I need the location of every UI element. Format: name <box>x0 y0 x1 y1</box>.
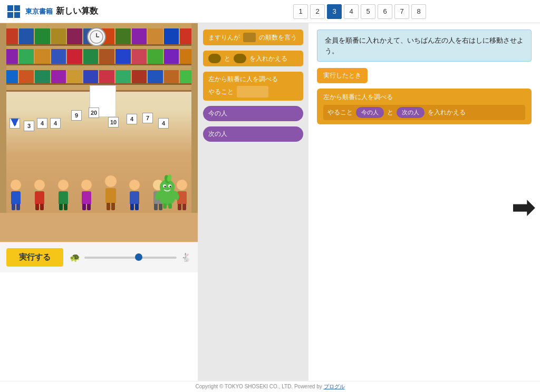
clock <box>87 27 106 46</box>
header: 東京書籍 新しい算数 1 2 3 4 5 6 7 8 <box>0 0 540 23</box>
num-box-9: 9 <box>71 110 82 121</box>
action2-row: やること 今の人 と 次の人 を入れかえる <box>323 105 525 120</box>
svg-rect-12 <box>168 203 172 209</box>
app-title: 新しい算数 <box>56 6 98 17</box>
page-btn-7[interactable]: 7 <box>394 4 409 19</box>
action2-prefix: やること <box>327 108 353 117</box>
block2-suffix: を入れかえる <box>249 54 287 63</box>
floor <box>0 213 198 242</box>
block2-slot1[interactable] <box>208 54 221 63</box>
main: 6 3 4 4 9 20 10 4 7 4 ▼ <box>0 23 540 392</box>
block-masuring-count[interactable]: ますりんが の順数を言う <box>203 30 303 45</box>
slider-track[interactable] <box>84 257 177 259</box>
num-box-4b: 4 <box>50 118 61 129</box>
code-pill-current[interactable]: 今の人 <box>356 107 384 118</box>
num-box-4a: 4 <box>37 118 47 129</box>
num-box-3: 3 <box>24 121 34 131</box>
num-box-4c: 4 <box>127 114 137 124</box>
svg-point-8 <box>170 186 171 188</box>
logo-text: 東京書籍 <box>25 7 53 16</box>
next-arrow-icon[interactable]: ➡ <box>512 192 535 223</box>
page-btn-6[interactable]: 6 <box>378 4 392 19</box>
compound-block[interactable]: 左から順番に人を調べる やること 今の人 と 次の人 を入れかえる <box>317 89 532 124</box>
run-button[interactable]: 実行する <box>6 248 63 267</box>
loop-header: 左から順番に人を調べる <box>208 75 298 84</box>
code-area: 実行したとき 左から順番に人を調べる やること 今の人 と 次の人 を入れかえる <box>317 68 532 124</box>
num-box-10: 10 <box>108 117 119 128</box>
code-swap-text: を入れかえる <box>428 108 466 117</box>
num-box-20: 20 <box>89 107 99 118</box>
pill-current-person[interactable]: 今の人 <box>203 106 303 121</box>
event-block-wrapper: 実行したとき <box>317 68 532 84</box>
right-panel: 全員を順番に入れかえて、いちばん左の人を右はしに移動させよう。 実行したとき 左… <box>308 23 540 392</box>
fast-icon: 🐇 <box>181 252 191 262</box>
slow-icon: 🐢 <box>70 252 80 262</box>
svg-rect-11 <box>163 203 167 209</box>
pagination: 1 2 3 4 5 6 7 8 <box>293 1 426 22</box>
block1-slot[interactable] <box>243 33 256 42</box>
block2-slot2[interactable] <box>234 54 246 63</box>
page-btn-4[interactable]: 4 <box>344 4 359 19</box>
control-bar: 実行する 🐢 🐇 <box>0 242 198 272</box>
character-5 <box>104 175 117 210</box>
loop-do-label: やること <box>208 87 234 96</box>
block-swap[interactable]: と を入れかえる <box>203 51 303 66</box>
num-box-7: 7 <box>142 113 153 123</box>
block-loop[interactable]: 左から順番に人を調べる やること <box>203 72 303 101</box>
code-pill-next[interactable]: 次の人 <box>397 107 425 118</box>
pill-next-person[interactable]: 次の人 <box>203 126 303 142</box>
proguru-link[interactable]: プログル <box>324 384 345 389</box>
num-box-4d: 4 <box>158 118 169 129</box>
character-4 <box>81 179 92 210</box>
copyright-text: Copyright © TOKYO SHOSEKI CO., LTD. Powe… <box>195 384 323 389</box>
page-btn-5[interactable]: 5 <box>361 4 375 19</box>
page-btn-1[interactable]: 1 <box>293 4 308 19</box>
slider-thumb[interactable] <box>135 253 142 261</box>
instruction-box: 全員を順番に入れかえて、いちばん左の人を右はしに移動させよう。 <box>317 30 532 62</box>
speed-slider[interactable]: 🐢 🐇 <box>70 252 191 262</box>
action1-label: 左から順番に人を調べる <box>323 93 525 102</box>
character-6 <box>129 179 140 210</box>
svg-point-7 <box>165 186 166 188</box>
event-block[interactable]: 実行したとき <box>317 68 368 83</box>
loop-body-slot[interactable] <box>237 86 268 97</box>
footer: Copyright © TOKYO SHOSEKI CO., LTD. Powe… <box>0 381 540 392</box>
page-btn-3[interactable]: 3 <box>327 4 342 19</box>
classroom: 6 3 4 4 9 20 10 4 7 4 ▼ <box>0 23 198 242</box>
character-1 <box>10 179 22 210</box>
mascot <box>153 172 182 215</box>
logo-icon <box>6 4 21 19</box>
center-panel: ますりんが の順数を言う と を入れかえる 左から順番に人を調べる やること 今… <box>198 23 308 392</box>
character-3 <box>57 179 69 210</box>
arrow-down-icon: ▼ <box>8 114 22 130</box>
block2-prefix: と <box>224 54 230 63</box>
block1-prefix: ますりんが <box>208 33 240 42</box>
left-panel: 6 3 4 4 9 20 10 4 7 4 ▼ <box>0 23 198 392</box>
page-btn-2[interactable]: 2 <box>310 4 325 19</box>
block1-suffix: の順数を言う <box>259 33 297 42</box>
character-2 <box>34 179 45 210</box>
page-btn-8[interactable]: 8 <box>411 4 426 19</box>
